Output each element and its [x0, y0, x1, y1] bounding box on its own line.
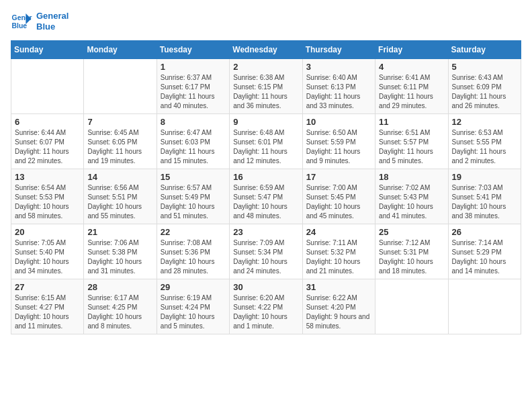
calendar-cell: 10Sunrise: 6:50 AM Sunset: 5:59 PM Dayli…: [302, 114, 375, 169]
calendar-cell: [448, 279, 521, 334]
logo-icon: General Blue: [11, 11, 32, 32]
calendar-table: SundayMondayTuesdayWednesdayThursdayFrid…: [11, 40, 521, 334]
day-info: Sunrise: 6:41 AM Sunset: 6:11 PM Dayligh…: [379, 73, 444, 111]
page-header: General Blue General Blue: [11, 11, 521, 32]
day-info: Sunrise: 6:19 AM Sunset: 4:24 PM Dayligh…: [161, 293, 226, 331]
day-number: 26: [452, 227, 517, 237]
day-info: Sunrise: 6:57 AM Sunset: 5:49 PM Dayligh…: [161, 183, 226, 221]
day-number: 24: [306, 227, 371, 237]
calendar-cell: 16Sunrise: 6:59 AM Sunset: 5:47 PM Dayli…: [230, 169, 302, 224]
day-number: 6: [15, 117, 80, 127]
calendar-cell: 14Sunrise: 6:56 AM Sunset: 5:51 PM Dayli…: [84, 169, 157, 224]
day-info: Sunrise: 7:08 AM Sunset: 5:36 PM Dayligh…: [161, 238, 226, 276]
calendar-cell: 8Sunrise: 6:47 AM Sunset: 6:03 PM Daylig…: [157, 114, 229, 169]
calendar-cell: 30Sunrise: 6:20 AM Sunset: 4:22 PM Dayli…: [230, 279, 302, 334]
day-info: Sunrise: 7:11 AM Sunset: 5:32 PM Dayligh…: [306, 238, 371, 276]
day-number: 23: [233, 227, 298, 237]
calendar-cell: 3Sunrise: 6:40 AM Sunset: 6:13 PM Daylig…: [302, 59, 375, 114]
calendar-cell: 2Sunrise: 6:38 AM Sunset: 6:15 PM Daylig…: [230, 59, 302, 114]
day-number: 22: [161, 227, 226, 237]
calendar-cell: 27Sunrise: 6:15 AM Sunset: 4:27 PM Dayli…: [11, 279, 84, 334]
day-number: 15: [161, 172, 226, 182]
logo-text-line1: General: [36, 11, 69, 21]
day-info: Sunrise: 6:54 AM Sunset: 5:53 PM Dayligh…: [15, 183, 80, 221]
day-number: 27: [15, 282, 80, 292]
day-number: 4: [379, 62, 444, 72]
calendar-week-4: 20Sunrise: 7:05 AM Sunset: 5:40 PM Dayli…: [11, 224, 521, 279]
day-info: Sunrise: 6:51 AM Sunset: 5:57 PM Dayligh…: [379, 128, 444, 166]
day-info: Sunrise: 6:44 AM Sunset: 6:07 PM Dayligh…: [15, 128, 80, 166]
calendar-cell: 15Sunrise: 6:57 AM Sunset: 5:49 PM Dayli…: [157, 169, 229, 224]
day-info: Sunrise: 6:38 AM Sunset: 6:15 PM Dayligh…: [233, 73, 298, 111]
day-number: 9: [233, 117, 298, 127]
day-number: 21: [87, 227, 152, 237]
day-number: 14: [87, 172, 152, 182]
calendar-cell: 9Sunrise: 6:48 AM Sunset: 6:01 PM Daylig…: [230, 114, 302, 169]
calendar-cell: 26Sunrise: 7:14 AM Sunset: 5:29 PM Dayli…: [448, 224, 521, 279]
svg-text:Blue: Blue: [12, 22, 28, 30]
day-info: Sunrise: 7:03 AM Sunset: 5:41 PM Dayligh…: [452, 183, 517, 221]
calendar-cell: [84, 59, 157, 114]
day-number: 18: [379, 172, 444, 182]
day-number: 5: [452, 62, 517, 72]
calendar-cell: 13Sunrise: 6:54 AM Sunset: 5:53 PM Dayli…: [11, 169, 84, 224]
column-header-wednesday: Wednesday: [230, 41, 302, 59]
day-info: Sunrise: 6:22 AM Sunset: 4:20 PM Dayligh…: [306, 293, 371, 331]
day-info: Sunrise: 6:20 AM Sunset: 4:22 PM Dayligh…: [233, 293, 298, 331]
day-number: 1: [161, 62, 226, 72]
day-number: 2: [233, 62, 298, 72]
day-number: 7: [87, 117, 152, 127]
calendar-cell: 23Sunrise: 7:09 AM Sunset: 5:34 PM Dayli…: [230, 224, 302, 279]
day-info: Sunrise: 6:48 AM Sunset: 6:01 PM Dayligh…: [233, 128, 298, 166]
calendar-cell: 6Sunrise: 6:44 AM Sunset: 6:07 PM Daylig…: [11, 114, 84, 169]
day-number: 30: [233, 282, 298, 292]
day-info: Sunrise: 6:17 AM Sunset: 4:25 PM Dayligh…: [87, 293, 152, 331]
calendar-week-3: 13Sunrise: 6:54 AM Sunset: 5:53 PM Dayli…: [11, 169, 521, 224]
calendar-cell: 1Sunrise: 6:37 AM Sunset: 6:17 PM Daylig…: [157, 59, 229, 114]
day-number: 3: [306, 62, 371, 72]
column-header-friday: Friday: [375, 41, 448, 59]
day-number: 25: [379, 227, 444, 237]
day-info: Sunrise: 6:43 AM Sunset: 6:09 PM Dayligh…: [452, 73, 517, 111]
day-info: Sunrise: 6:59 AM Sunset: 5:47 PM Dayligh…: [233, 183, 298, 221]
day-info: Sunrise: 7:12 AM Sunset: 5:31 PM Dayligh…: [379, 238, 444, 276]
day-info: Sunrise: 6:15 AM Sunset: 4:27 PM Dayligh…: [15, 293, 80, 331]
day-info: Sunrise: 7:05 AM Sunset: 5:40 PM Dayligh…: [15, 238, 80, 276]
day-info: Sunrise: 7:14 AM Sunset: 5:29 PM Dayligh…: [452, 238, 517, 276]
column-header-sunday: Sunday: [11, 41, 84, 59]
column-header-saturday: Saturday: [448, 41, 521, 59]
day-info: Sunrise: 6:56 AM Sunset: 5:51 PM Dayligh…: [87, 183, 152, 221]
calendar-cell: 31Sunrise: 6:22 AM Sunset: 4:20 PM Dayli…: [302, 279, 375, 334]
calendar-cell: 24Sunrise: 7:11 AM Sunset: 5:32 PM Dayli…: [302, 224, 375, 279]
day-number: 12: [452, 117, 517, 127]
day-number: 17: [306, 172, 371, 182]
column-header-monday: Monday: [84, 41, 157, 59]
day-info: Sunrise: 7:00 AM Sunset: 5:45 PM Dayligh…: [306, 183, 371, 221]
calendar-cell: 4Sunrise: 6:41 AM Sunset: 6:11 PM Daylig…: [375, 59, 448, 114]
calendar-cell: [11, 59, 84, 114]
day-info: Sunrise: 6:47 AM Sunset: 6:03 PM Dayligh…: [161, 128, 226, 166]
day-info: Sunrise: 6:50 AM Sunset: 5:59 PM Dayligh…: [306, 128, 371, 166]
day-info: Sunrise: 7:02 AM Sunset: 5:43 PM Dayligh…: [379, 183, 444, 221]
calendar-cell: 19Sunrise: 7:03 AM Sunset: 5:41 PM Dayli…: [448, 169, 521, 224]
calendar-cell: 25Sunrise: 7:12 AM Sunset: 5:31 PM Dayli…: [375, 224, 448, 279]
logo: General Blue General Blue: [11, 11, 69, 32]
day-number: 8: [161, 117, 226, 127]
calendar-week-5: 27Sunrise: 6:15 AM Sunset: 4:27 PM Dayli…: [11, 279, 521, 334]
calendar-cell: 21Sunrise: 7:06 AM Sunset: 5:38 PM Dayli…: [84, 224, 157, 279]
day-number: 13: [15, 172, 80, 182]
column-header-tuesday: Tuesday: [157, 41, 229, 59]
day-info: Sunrise: 6:53 AM Sunset: 5:55 PM Dayligh…: [452, 128, 517, 166]
calendar-cell: 18Sunrise: 7:02 AM Sunset: 5:43 PM Dayli…: [375, 169, 448, 224]
calendar-cell: 12Sunrise: 6:53 AM Sunset: 5:55 PM Dayli…: [448, 114, 521, 169]
calendar-week-1: 1Sunrise: 6:37 AM Sunset: 6:17 PM Daylig…: [11, 59, 521, 114]
day-number: 28: [87, 282, 152, 292]
day-number: 31: [306, 282, 371, 292]
day-number: 10: [306, 117, 371, 127]
day-info: Sunrise: 7:09 AM Sunset: 5:34 PM Dayligh…: [233, 238, 298, 276]
calendar-cell: 20Sunrise: 7:05 AM Sunset: 5:40 PM Dayli…: [11, 224, 84, 279]
calendar-header-row: SundayMondayTuesdayWednesdayThursdayFrid…: [11, 41, 521, 59]
day-number: 20: [15, 227, 80, 237]
day-number: 19: [452, 172, 517, 182]
calendar-cell: 28Sunrise: 6:17 AM Sunset: 4:25 PM Dayli…: [84, 279, 157, 334]
